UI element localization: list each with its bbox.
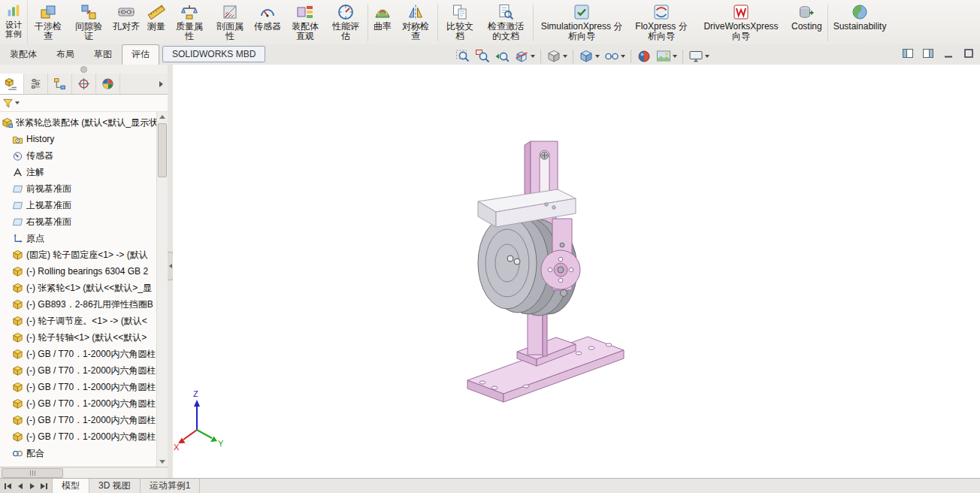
filter-funnel-icon[interactable] (2, 98, 14, 109)
tab-configuration-manager[interactable] (48, 74, 72, 94)
floxpress-icon (652, 3, 670, 21)
display-manager-icon (101, 77, 114, 90)
tool-design-study[interactable]: 设计算例 (0, 1, 28, 45)
tree-item-part-screw-1[interactable]: (-) GB / T70．1-2000内六角圆柱 (2, 346, 156, 362)
tab-property-manager[interactable] (24, 74, 48, 94)
property-manager-icon (29, 77, 42, 90)
toolbar-separator (682, 50, 683, 63)
tree-item-top-plane[interactable]: 上视基准面 (2, 197, 156, 213)
graphics-viewport[interactable]: Z X Y (173, 65, 980, 479)
tree-item-part-screw-6[interactable]: (-) GB / T70．1-2000内六角圆柱 (2, 428, 156, 445)
tool-clearance-verification[interactable]: 间隙验证 (68, 1, 109, 45)
tree-item-part-retaining-ring[interactable]: (-) GB893．2-86孔用弹性挡圈B (2, 296, 156, 313)
ribbon-separator (437, 5, 438, 41)
sensors-icon (12, 150, 23, 162)
tree-item-right-plane[interactable]: 右视基准面 (2, 213, 156, 230)
restore-icon (963, 47, 975, 59)
featuremanager-design-tree: 张紧轮总装配体 (默认<默认_显示状 History 传感器 注解 前视基准面 … (0, 112, 168, 467)
scrollbar-thumb[interactable] (2, 468, 63, 478)
graphics-area[interactable]: Z X Y (173, 65, 980, 479)
part-icon (12, 382, 23, 393)
scroll-down-button[interactable] (157, 457, 168, 467)
section-view-button[interactable] (513, 47, 537, 65)
zoom-to-area-button[interactable] (473, 47, 492, 65)
tree-item-part-screw-2[interactable]: (-) GB / T70．1-2000内六角圆柱 (2, 362, 156, 379)
hide-show-items-button[interactable] (603, 47, 627, 65)
panel-tab-bar (0, 74, 168, 95)
tool-check-active-document[interactable]: 检查激活的文档 (480, 1, 531, 45)
tree-item-part-adjust-seat[interactable]: (-) 轮子调节座。<1> -> (默认< (2, 313, 156, 329)
minimize-button[interactable] (942, 47, 955, 59)
tree-item-origin[interactable]: 原点 (2, 230, 156, 246)
zoom-to-fit-icon (455, 49, 470, 64)
tool-mass-properties[interactable]: 质量属性 (169, 1, 210, 45)
scroll-up-button[interactable] (157, 112, 168, 122)
tool-section-properties[interactable]: 剖面属性 (210, 1, 250, 45)
restore-button[interactable] (962, 47, 975, 59)
tree-item-part-screw-4[interactable]: (-) GB / T70．1-2000内六角圆柱 (2, 395, 156, 412)
display-style-button[interactable] (577, 47, 601, 65)
tree-item-part-tensioner-wheel[interactable]: (-) 张紧轮<1> (默认<<默认>_显 (2, 280, 156, 296)
tab-evaluate[interactable]: 评估 (122, 44, 159, 65)
tool-assembly-visualization[interactable]: 装配体直观 (285, 1, 325, 45)
tool-compare-documents[interactable]: 比较文档 (440, 1, 480, 45)
first-tab-button[interactable] (3, 481, 13, 491)
tree-item-annotations[interactable]: 注解 (2, 164, 156, 180)
tool-floxpress-wizard[interactable]: FloXpress 分析向导 (628, 1, 694, 45)
tool-driveworksxpress-wizard[interactable]: DriveWorksXpress 向导 (694, 1, 788, 45)
tool-performance-evaluation[interactable]: 性能评估 (325, 1, 366, 45)
tool-simulationxpress-wizard[interactable]: SimulationXpress 分析向导 (535, 1, 628, 45)
tree-item-part-screw-3[interactable]: (-) GB / T70．1-2000内六角圆柱 (2, 379, 156, 395)
previous-view-icon (495, 49, 510, 64)
tree-vertical-scrollbar[interactable] (156, 112, 168, 467)
tree-item-part-wheel-shaft[interactable]: (-) 轮子转轴<1> (默认<<默认> (2, 329, 156, 346)
tab-featuremanager-tree[interactable] (0, 74, 24, 94)
previous-tab-button[interactable] (15, 481, 25, 491)
tree-root-assembly[interactable]: 张紧轮总装配体 (默认<默认_显示状 (2, 114, 156, 131)
tree-item-part-bearing[interactable]: (-) Rolling bearings 6304 GB 2 (2, 263, 156, 280)
tree-item-mates[interactable]: 配合 (2, 445, 156, 461)
tab-model[interactable]: 模型 (53, 479, 89, 493)
view-settings-button[interactable] (687, 47, 711, 65)
tool-interference-detection[interactable]: 干涉检查 (28, 1, 68, 45)
tree-item-part-fixed-mount[interactable]: (固定) 轮子固定座<1> -> (默认 (2, 246, 156, 263)
apply-scene-button[interactable] (655, 47, 679, 65)
tab-assembly[interactable]: 装配体 (0, 44, 47, 65)
chevron-down-icon[interactable] (15, 101, 20, 104)
panel-resize-handle[interactable] (0, 65, 168, 74)
tree-item-front-plane[interactable]: 前视基准面 (2, 180, 156, 197)
zoom-to-fit-button[interactable] (454, 47, 472, 65)
tab-motion-study-1[interactable]: 运动算例1 (141, 479, 201, 493)
tree-item-history[interactable]: History (2, 131, 156, 147)
apply-scene-icon (656, 49, 671, 64)
tool-curvature[interactable]: 曲率 (370, 1, 395, 45)
pane-right-button[interactable] (921, 47, 935, 59)
previous-view-button[interactable] (493, 47, 511, 65)
tool-costing[interactable]: Costing (788, 1, 826, 45)
tab-solidworks-mbd[interactable]: SOLIDWORKS MBD (162, 46, 265, 62)
tab-3d-views[interactable]: 3D 视图 (89, 479, 141, 493)
tab-sketch[interactable]: 草图 (84, 44, 122, 65)
tab-layout[interactable]: 布局 (47, 44, 84, 65)
tree-item-sensors[interactable]: 传感器 (2, 147, 156, 164)
tool-hole-alignment[interactable]: 孔对齐 (109, 1, 144, 45)
y-axis (197, 430, 212, 438)
tree-item-part-screw-5[interactable]: (-) GB / T70．1-2000内六角圆柱 (2, 412, 156, 428)
tab-dimxpert-manager[interactable] (72, 74, 96, 94)
tool-sustainability[interactable]: Sustainability (830, 1, 891, 45)
view-orientation-button[interactable] (545, 47, 569, 65)
tree-horizontal-scrollbar[interactable] (0, 467, 168, 479)
pane-left-button[interactable] (901, 47, 915, 59)
annotations-icon (12, 167, 23, 178)
assembly-model[interactable] (467, 141, 624, 402)
tool-sensor[interactable]: 传感器 (250, 1, 285, 45)
edit-appearance-button[interactable] (635, 47, 653, 65)
tool-measure[interactable]: 测量 (144, 1, 169, 45)
tool-symmetry-check[interactable]: 对称检查 (395, 1, 436, 45)
next-tab-button[interactable] (27, 481, 37, 491)
panel-overflow-button[interactable] (154, 74, 168, 94)
last-tab-button[interactable] (39, 481, 49, 491)
pane-left-icon (902, 47, 914, 59)
tab-display-manager[interactable] (96, 74, 120, 94)
scrollbar-thumb[interactable] (158, 123, 167, 177)
